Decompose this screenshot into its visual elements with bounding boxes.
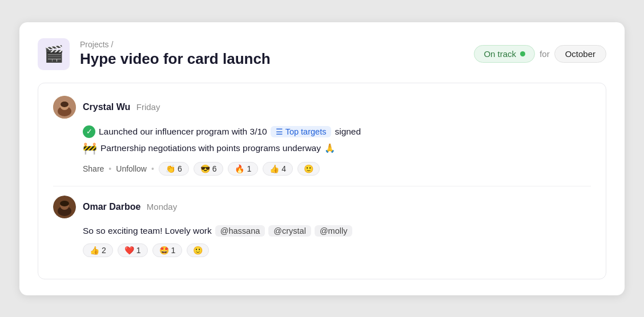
for-text: for [540,49,550,59]
post-header-crystal: Crystal Wu Friday [53,96,591,119]
tag-icon: ☰ [276,127,283,136]
reaction-thumbs[interactable]: 👍 4 [263,162,293,176]
unfollow-link[interactable]: Unfollow [116,164,147,173]
reaction-thumbs-omar[interactable]: 👍 2 [83,243,113,257]
share-link[interactable]: Share [83,164,104,173]
month-badge: October [554,45,606,63]
construction-icon: 🚧 [83,141,97,155]
line2-text: Partnership negotiations with points pro… [100,143,321,153]
omar-text: So so exciting team! Lovely work [83,226,212,236]
header-text: Projects / Hype video for card launch [80,40,271,68]
line1-text-before: Launched our influencer program with 3/1… [99,127,267,137]
reaction-fire[interactable]: 🔥 1 [228,162,258,176]
reaction-clap[interactable]: 👏 6 [159,162,189,176]
on-track-label: On track [484,49,516,59]
tag-label: Top targets [285,127,327,136]
post-actions-crystal: Share • Unfollow • 👏 6 😎 6 🔥 1 👍 4 🙂 [83,162,591,176]
avatar-crystal [53,96,76,119]
add-reaction-omar[interactable]: 🙂 [187,243,209,257]
main-card: 🎬 Projects / Hype video for card launch … [19,22,625,295]
on-track-badge: On track [474,45,535,63]
post-header-omar: Omar Darboe Monday [53,196,591,218]
post-divider [53,186,591,186]
post-body-omar: So so exciting team! Lovely work @hassan… [83,225,591,237]
reaction-cool[interactable]: 😎 6 [194,162,224,176]
svg-point-3 [61,101,69,107]
reaction-star-eyes-omar[interactable]: 🤩 1 [152,243,183,257]
avatar-omar [53,196,76,218]
post-line-2: 🚧 Partnership negotiations with points p… [83,141,591,155]
content-card: Crystal Wu Friday ✓ Launched our influen… [38,83,606,279]
mention-crystal[interactable]: @crystal [268,225,311,237]
project-icon: 🎬 [38,38,70,70]
header-left: 🎬 Projects / Hype video for card launch [38,38,271,70]
omar-body-line: So so exciting team! Lovely work @hassan… [83,225,591,237]
mention-hassana[interactable]: @hassana [215,225,265,237]
status-dot [520,51,525,56]
mention-molly[interactable]: @molly [315,225,353,237]
post-body-crystal: ✓ Launched our influencer program with 3… [83,125,591,155]
post-omar: Omar Darboe Monday So so exciting team! … [53,196,591,257]
page-header: 🎬 Projects / Hype video for card launch … [38,38,606,70]
post-actions-omar: 👍 2 ❤️ 1 🤩 1 🙂 [83,243,591,257]
reaction-heart-omar[interactable]: ❤️ 1 [118,243,148,257]
page-title: Hype video for card launch [80,50,271,68]
check-icon: ✓ [83,125,95,138]
post-crystal: Crystal Wu Friday ✓ Launched our influen… [53,96,591,176]
breadcrumb: Projects / [80,40,271,49]
post-author-crystal: Crystal Wu Friday [83,102,160,112]
post-author-omar: Omar Darboe Monday [83,202,177,212]
header-right: On track for October [474,45,606,63]
svg-point-7 [60,201,69,206]
line1-text-after: signed [335,127,361,137]
add-reaction-crystal[interactable]: 🙂 [297,162,320,176]
prayer-emoji: 🙏 [324,143,335,153]
top-targets-tag[interactable]: ☰ Top targets [271,126,332,137]
post-line-1: ✓ Launched our influencer program with 3… [83,125,591,138]
